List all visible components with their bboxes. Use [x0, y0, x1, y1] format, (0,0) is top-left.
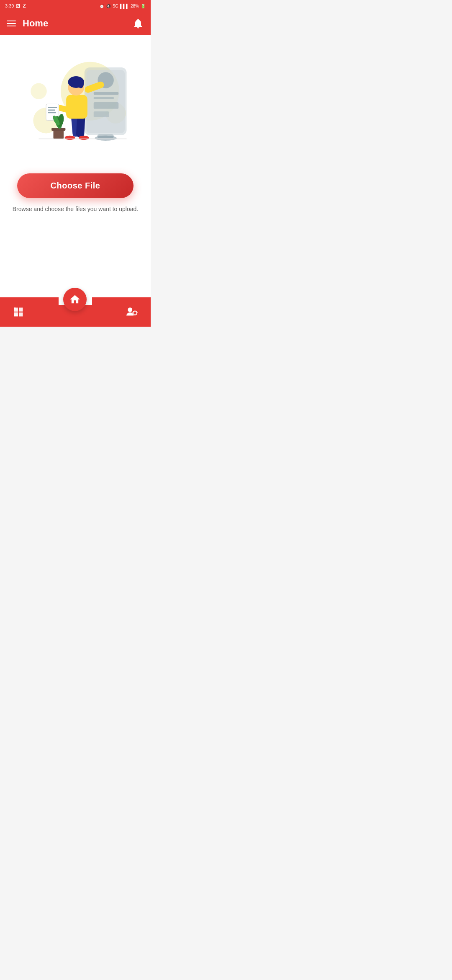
bottom-navigation — [0, 297, 151, 327]
svg-rect-17 — [66, 95, 87, 119]
page-title: Home — [23, 18, 48, 29]
svg-rect-10 — [94, 111, 109, 117]
svg-point-12 — [95, 136, 117, 141]
browse-description: Browse and choose the files you want to … — [13, 205, 138, 214]
svg-rect-23 — [48, 112, 56, 113]
svg-rect-22 — [48, 110, 55, 111]
dashboard-icon — [13, 306, 24, 318]
svg-rect-7 — [94, 92, 119, 95]
alarm-icon: ⏰ — [99, 4, 104, 8]
app-bar: Home — [0, 12, 151, 35]
hero-illustration — [17, 44, 134, 161]
svg-rect-37 — [14, 314, 18, 315]
bell-icon[interactable] — [132, 18, 144, 29]
svg-point-39 — [128, 307, 132, 312]
svg-rect-27 — [54, 130, 64, 139]
menu-icon[interactable] — [7, 21, 16, 26]
svg-rect-38 — [14, 315, 18, 316]
network-icon: 5G — [113, 4, 118, 8]
z-indicator: Z — [23, 3, 26, 9]
nav-item-dashboard[interactable] — [13, 306, 24, 318]
home-fab-button[interactable] — [63, 288, 87, 311]
illustration-container — [8, 44, 142, 161]
svg-rect-34 — [14, 309, 18, 310]
signal-icon: ▌▌▌ — [120, 4, 129, 8]
app-bar-left: Home — [7, 18, 48, 29]
profile-settings-icon — [126, 306, 138, 318]
battery-icon: 🔋 — [141, 4, 146, 8]
svg-rect-8 — [94, 97, 114, 99]
nav-item-profile-settings[interactable] — [126, 306, 138, 318]
status-right: ⏰ 🔇 5G ▌▌▌ 28% 🔋 — [99, 4, 146, 8]
photo-icon: 🖼 — [16, 3, 21, 8]
time: 3:39 — [5, 3, 14, 8]
svg-point-2 — [31, 83, 47, 100]
home-icon — [69, 294, 81, 305]
svg-rect-33 — [14, 308, 16, 309]
main-content: Choose File Browse and choose the files … — [0, 35, 151, 297]
status-left: 3:39 🖼 Z — [5, 3, 26, 9]
mute-icon: 🔇 — [106, 4, 111, 8]
status-bar: 3:39 🖼 Z ⏰ 🔇 5G ▌▌▌ 28% 🔋 — [0, 0, 151, 12]
svg-rect-28 — [51, 128, 65, 131]
battery-text: 28% — [131, 4, 139, 8]
choose-file-button[interactable]: Choose File — [17, 173, 134, 198]
svg-point-15 — [65, 136, 75, 140]
svg-rect-9 — [94, 102, 119, 109]
svg-rect-36 — [14, 312, 18, 313]
svg-point-26 — [78, 80, 84, 88]
svg-point-16 — [79, 136, 89, 140]
home-fab-container — [62, 299, 87, 325]
svg-rect-21 — [48, 107, 57, 108]
svg-rect-35 — [14, 311, 18, 312]
